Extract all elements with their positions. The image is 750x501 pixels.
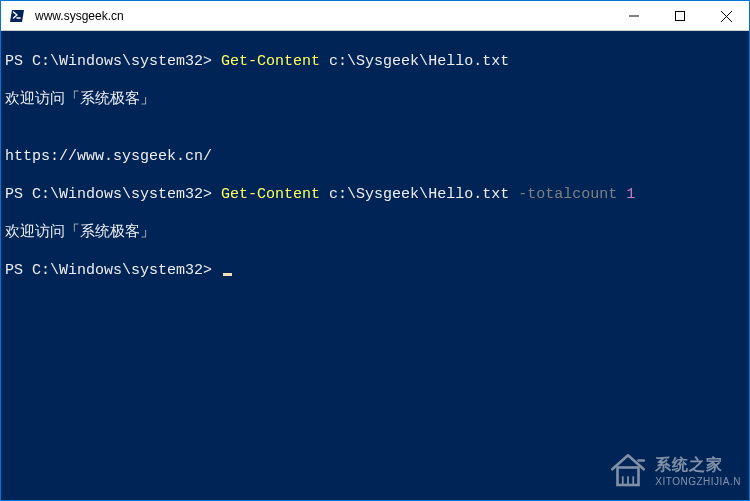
- terminal-area[interactable]: PS C:\Windows\system32> Get-Content c:\S…: [1, 31, 749, 500]
- argument: c:\Sysgeek\Hello.txt: [329, 186, 509, 203]
- powershell-window: www.sysgeek.cn PS C:\Windows\system32> G…: [0, 0, 750, 501]
- command-line: PS C:\Windows\system32> Get-Content c:\S…: [5, 52, 745, 71]
- output-line: https://www.sysgeek.cn/: [5, 147, 745, 166]
- maximize-button[interactable]: [657, 1, 703, 31]
- window-title: www.sysgeek.cn: [33, 9, 611, 23]
- parameter-flag: -totalcount: [518, 186, 617, 203]
- prompt: PS C:\Windows\system32>: [5, 262, 212, 279]
- prompt: PS C:\Windows\system32>: [5, 53, 212, 70]
- powershell-icon: [9, 7, 27, 25]
- cursor: [223, 273, 232, 276]
- parameter-value: 1: [626, 186, 635, 203]
- prompt-line: PS C:\Windows\system32>: [5, 261, 745, 280]
- close-button[interactable]: [703, 1, 749, 31]
- prompt: PS C:\Windows\system32>: [5, 186, 212, 203]
- output-line: 欢迎访问「系统极客」: [5, 223, 745, 242]
- titlebar[interactable]: www.sysgeek.cn: [1, 1, 749, 31]
- cmdlet: Get-Content: [221, 53, 320, 70]
- command-line: PS C:\Windows\system32> Get-Content c:\S…: [5, 185, 745, 204]
- output-line: 欢迎访问「系统极客」: [5, 90, 745, 109]
- window-controls: [611, 1, 749, 30]
- cmdlet: Get-Content: [221, 186, 320, 203]
- svg-rect-0: [676, 12, 685, 21]
- minimize-button[interactable]: [611, 1, 657, 31]
- argument: c:\Sysgeek\Hello.txt: [329, 53, 509, 70]
